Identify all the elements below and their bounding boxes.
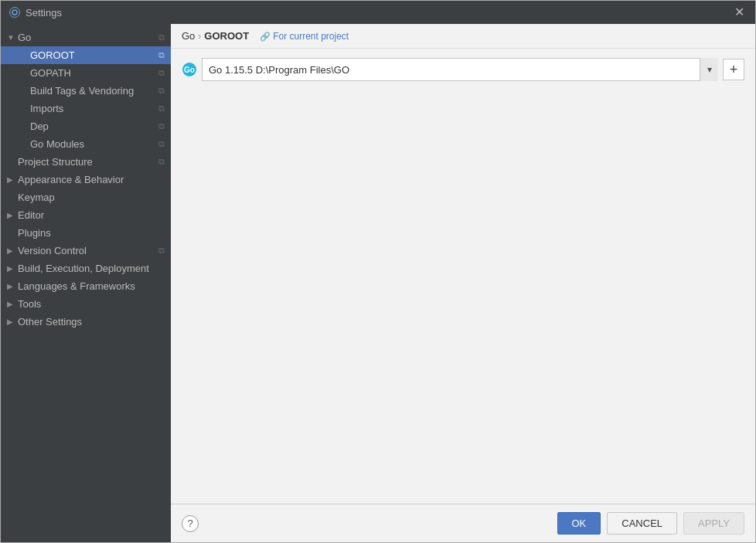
go-gopher-icon: Go <box>182 62 197 77</box>
sidebar-item-go-label: Go <box>18 32 155 43</box>
settings-app-icon <box>9 6 21 19</box>
project-structure-copy-icon: ⧉ <box>158 157 165 167</box>
plus-icon: + <box>730 62 738 78</box>
build-execution-arrow-icon: ▶ <box>7 264 16 273</box>
cancel-button[interactable]: CANCEL <box>607 512 677 535</box>
sidebar-item-build-tags[interactable]: Build Tags & Vendoring ⧉ <box>1 82 171 100</box>
sidebar: ▼ Go ⧉ GOROOT ⧉ GOPATH ⧉ Build Tags & Ve… <box>1 24 171 542</box>
imports-copy-icon: ⧉ <box>158 104 165 114</box>
sidebar-item-version-control-label: Version Control <box>18 245 155 256</box>
sidebar-item-gopath-label: GOPATH <box>30 67 155 79</box>
version-control-arrow-icon: ▶ <box>7 246 16 255</box>
goroot-select-wrapper: Go 1.15.5 D:\Program Files\GO ▾ <box>202 58 718 81</box>
svg-point-1 <box>10 8 20 18</box>
sidebar-item-imports-label: Imports <box>30 103 155 114</box>
breadcrumb-separator: › <box>198 31 201 42</box>
go-modules-arrow-spacer <box>19 140 29 148</box>
bottom-bar: ? OK CANCEL APPLY <box>171 504 755 542</box>
link-icon: 🔗 <box>260 32 271 41</box>
sidebar-item-version-control[interactable]: ▶ Version Control ⧉ <box>1 242 171 260</box>
settings-window: Settings ✕ ▼ Go ⧉ GOROOT ⧉ GOPATH ⧉ <box>0 0 756 543</box>
plugins-spacer <box>7 229 16 237</box>
sidebar-item-goroot[interactable]: GOROOT ⧉ <box>1 46 171 64</box>
sidebar-item-editor[interactable]: ▶ Editor <box>1 206 171 224</box>
goroot-copy-icon: ⧉ <box>158 50 165 60</box>
sidebar-item-build-tags-label: Build Tags & Vendoring <box>30 85 155 97</box>
sidebar-item-build-execution-label: Build, Execution, Deployment <box>18 263 165 274</box>
main-content: ▼ Go ⧉ GOROOT ⧉ GOPATH ⧉ Build Tags & Ve… <box>1 24 755 542</box>
go-copy-icon: ⧉ <box>158 32 165 42</box>
goroot-row: Go Go 1.15.5 D:\Program Files\GO ▾ + <box>182 58 744 81</box>
sidebar-item-appearance-behavior-label: Appearance & Behavior <box>18 174 165 185</box>
sidebar-item-go-modules-label: Go Modules <box>30 138 155 150</box>
sidebar-item-plugins-label: Plugins <box>18 227 165 239</box>
goroot-select[interactable]: Go 1.15.5 D:\Program Files\GO <box>202 58 718 81</box>
imports-arrow-spacer <box>19 104 29 113</box>
go-modules-copy-icon: ⧉ <box>158 139 165 149</box>
svg-text:Go: Go <box>184 66 195 74</box>
dep-arrow-spacer <box>19 122 29 131</box>
gopath-copy-icon: ⧉ <box>158 68 165 78</box>
other-settings-arrow-icon: ▶ <box>7 317 16 326</box>
sidebar-item-dep-label: Dep <box>30 120 155 132</box>
sidebar-item-appearance-behavior[interactable]: ▶ Appearance & Behavior <box>1 171 171 188</box>
sidebar-item-go-modules[interactable]: Go Modules ⧉ <box>1 135 171 153</box>
editor-arrow-icon: ▶ <box>7 211 16 219</box>
sidebar-item-keymap-label: Keymap <box>18 192 165 203</box>
sidebar-item-goroot-label: GOROOT <box>30 49 155 61</box>
sidebar-item-build-execution[interactable]: ▶ Build, Execution, Deployment <box>1 260 171 277</box>
build-tags-copy-icon: ⧉ <box>158 86 165 96</box>
sidebar-item-tools-label: Tools <box>18 298 165 310</box>
sidebar-item-project-structure[interactable]: Project Structure ⧉ <box>1 153 171 171</box>
close-button[interactable]: ✕ <box>731 5 747 20</box>
sidebar-item-plugins[interactable]: Plugins <box>1 224 171 242</box>
sidebar-item-gopath[interactable]: GOPATH ⧉ <box>1 64 171 82</box>
sidebar-item-keymap[interactable]: Keymap <box>1 188 171 206</box>
version-control-copy-icon: ⧉ <box>158 246 165 256</box>
tools-arrow-icon: ▶ <box>7 300 16 308</box>
breadcrumb: Go › GOROOT 🔗For current project <box>171 24 755 49</box>
bottom-buttons: OK CANCEL APPLY <box>557 512 745 535</box>
breadcrumb-current: GOROOT <box>204 30 249 42</box>
languages-frameworks-arrow-icon: ▶ <box>7 282 16 290</box>
window-title: Settings <box>26 7 62 19</box>
breadcrumb-parent: Go <box>182 30 195 42</box>
sidebar-item-editor-label: Editor <box>18 209 165 221</box>
appearance-behavior-arrow-icon: ▶ <box>7 175 16 184</box>
build-tags-arrow-spacer <box>19 87 29 95</box>
project-structure-spacer <box>7 158 16 166</box>
go-arrow-icon: ▼ <box>7 33 16 42</box>
add-sdk-button[interactable]: + <box>723 59 744 80</box>
title-bar: Settings ✕ <box>1 1 755 24</box>
question-mark-icon: ? <box>187 518 192 529</box>
sidebar-item-other-settings[interactable]: ▶ Other Settings <box>1 313 171 331</box>
sidebar-item-imports[interactable]: Imports ⧉ <box>1 100 171 117</box>
keymap-spacer <box>7 193 16 202</box>
sidebar-item-project-structure-label: Project Structure <box>18 156 155 168</box>
title-bar-left: Settings <box>9 6 62 19</box>
right-panel: Go › GOROOT 🔗For current project Go Go 1… <box>171 24 755 542</box>
sidebar-item-languages-frameworks[interactable]: ▶ Languages & Frameworks <box>1 277 171 295</box>
help-button[interactable]: ? <box>182 515 199 532</box>
sidebar-item-dep[interactable]: Dep ⧉ <box>1 117 171 135</box>
goroot-arrow-spacer <box>19 51 29 59</box>
sidebar-item-tools[interactable]: ▶ Tools <box>1 295 171 313</box>
sidebar-item-other-settings-label: Other Settings <box>18 316 165 327</box>
sidebar-item-go[interactable]: ▼ Go ⧉ <box>1 29 171 46</box>
ok-button[interactable]: OK <box>557 512 601 535</box>
gopath-arrow-spacer <box>19 69 29 77</box>
panel-content: Go Go 1.15.5 D:\Program Files\GO ▾ + <box>171 49 755 504</box>
breadcrumb-project-link[interactable]: 🔗For current project <box>260 31 349 42</box>
dep-copy-icon: ⧉ <box>158 121 165 131</box>
svg-point-0 <box>12 10 17 15</box>
apply-button[interactable]: APPLY <box>683 512 744 535</box>
sidebar-item-languages-frameworks-label: Languages & Frameworks <box>18 280 165 292</box>
